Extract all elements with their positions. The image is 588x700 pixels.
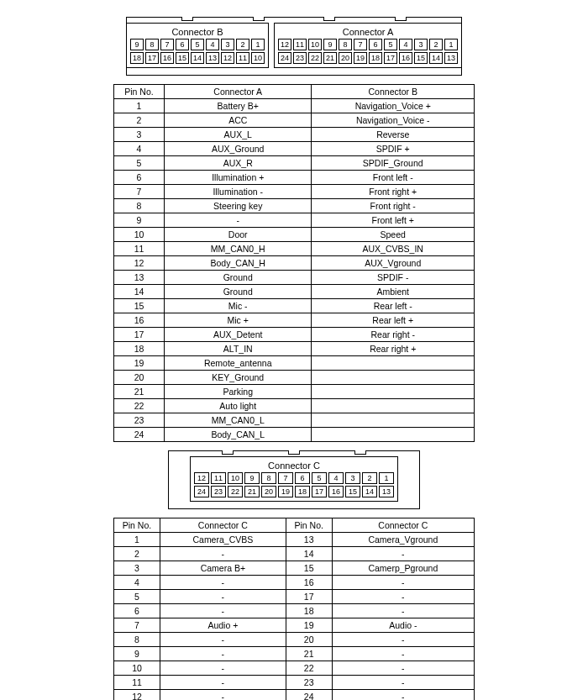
table-cell: - <box>332 576 474 590</box>
table-row: 18ALT_INRear right + <box>114 342 475 356</box>
table-row: 9-Front left + <box>114 213 475 228</box>
table-cell: Rear left + <box>312 313 475 328</box>
table-cell: 1 <box>114 99 165 113</box>
pin-cell: 17 <box>145 52 159 64</box>
table-cell: Door <box>165 228 312 242</box>
table-cell: - <box>332 676 474 690</box>
table-cell: Ground <box>165 271 312 285</box>
table-row: 3Camera B+15Camerp_Pground <box>114 561 475 576</box>
table-cell: Front right + <box>312 185 475 199</box>
table-cell: 23 <box>114 413 165 428</box>
table-cell: 23 <box>286 676 332 690</box>
table-cell: 11 <box>114 676 160 690</box>
table-cell: - <box>332 604 474 618</box>
table-cell: 5 <box>114 590 160 604</box>
table-cell: 22 <box>286 661 332 676</box>
pin-cell: 9 <box>244 472 260 484</box>
table-cell: Rear left - <box>312 299 475 313</box>
table-row: 11MM_CAN0_HAUX_CVBS_IN <box>114 242 475 256</box>
table-cell: Ambient <box>312 285 475 299</box>
table-cell <box>312 413 475 428</box>
table-cell: Navigation_Voice + <box>312 99 475 113</box>
pin-cell: 22 <box>308 52 322 64</box>
pin-cell: 8 <box>339 39 352 50</box>
table-row: 14GroundAmbient <box>114 285 475 299</box>
table-cell: Camera_CVBS <box>160 533 286 547</box>
pin-cell: 4 <box>399 39 412 50</box>
pin-cell: 17 <box>312 486 327 497</box>
table-cell: 15 <box>114 299 165 313</box>
connector-b-block: Connector B 987654321181716151413121110 <box>126 23 269 68</box>
table-cell: 13 <box>286 533 332 547</box>
connector-diagram-c: Connector C 1211109876543212423222120191… <box>168 450 420 509</box>
table-cell: Front left - <box>312 171 475 185</box>
pin-cell: 11 <box>236 52 249 64</box>
table-cell: 15 <box>286 561 332 576</box>
pin-cell: 16 <box>160 52 174 64</box>
table-cell: 18 <box>286 604 332 618</box>
table-cell: 24 <box>286 690 332 701</box>
pin-cell: 1 <box>379 472 394 484</box>
table-row: 3AUX_LReverse <box>114 128 475 142</box>
pin-cell: 24 <box>194 486 209 497</box>
table-cell: 14 <box>286 547 332 561</box>
table-row: 12Body_CAN_HAUX_Vground <box>114 256 475 271</box>
table-cell: 21 <box>114 385 165 399</box>
table-header: Pin No. <box>286 518 332 533</box>
table-cell: Audio + <box>160 618 286 633</box>
table-row: 10DoorSpeed <box>114 228 475 242</box>
pin-cell: 18 <box>130 52 144 64</box>
pin-cell: 13 <box>379 486 394 497</box>
table-cell: 10 <box>114 228 165 242</box>
table-row: 20KEY_Ground <box>114 371 475 385</box>
pin-cell: 14 <box>429 52 443 64</box>
pin-cell: 20 <box>261 486 276 497</box>
pin-cell: 12 <box>194 472 209 484</box>
table-row: 1Battery B+Navigation_Voice + <box>114 99 475 113</box>
pin-cell: 16 <box>328 486 344 497</box>
pin-cell: 6 <box>369 39 382 50</box>
table-cell: MM_CAN0_L <box>165 413 312 428</box>
table-cell: ALT_IN <box>165 342 312 356</box>
table-cell: ACC <box>165 113 312 128</box>
table-cell: Rear right + <box>312 342 475 356</box>
table-cell <box>312 385 475 399</box>
pin-cell: 7 <box>354 39 367 50</box>
pin-cell: 15 <box>414 52 428 64</box>
table-cell: - <box>160 633 286 647</box>
pin-table-c: Pin No.Connector CPin No.Connector C 1Ca… <box>113 518 475 700</box>
table-cell: 14 <box>114 285 165 299</box>
table-row: 4AUX_GroundSPDIF + <box>114 142 475 156</box>
table-cell: 4 <box>114 142 165 156</box>
pin-cell: 4 <box>206 39 219 50</box>
pin-cell: 15 <box>176 52 189 64</box>
table-row: 6Illumination +Front left - <box>114 171 475 185</box>
table-row: 4-16- <box>114 576 475 590</box>
table-cell: 6 <box>114 171 165 185</box>
table-cell: - <box>332 690 474 701</box>
table-cell: - <box>160 547 286 561</box>
pin-cell: 13 <box>444 52 458 64</box>
table-cell: - <box>332 647 474 661</box>
table-cell: Mic - <box>165 299 312 313</box>
pin-cell: 2 <box>429 39 443 50</box>
table-cell: 16 <box>114 313 165 328</box>
table-cell: - <box>332 633 474 647</box>
table-cell <box>312 371 475 385</box>
table-cell: Reverse <box>312 128 475 142</box>
table-row: 22Auto light <box>114 399 475 413</box>
table-row: 5AUX_RSPDIF_Ground <box>114 156 475 171</box>
table-cell: Camera_Vground <box>332 533 474 547</box>
pin-cell: 14 <box>362 486 377 497</box>
table-row: 12-24- <box>114 690 475 701</box>
table-cell <box>312 428 475 442</box>
table-cell: MM_CAN0_H <box>165 242 312 256</box>
pin-cell: 19 <box>278 486 293 497</box>
table-cell: 12 <box>114 256 165 271</box>
table-cell: - <box>160 676 286 690</box>
table-cell: 1 <box>114 533 160 547</box>
table-cell: SPDIF_Ground <box>312 156 475 171</box>
pin-cell: 3 <box>221 39 234 50</box>
table-row: 1Camera_CVBS13Camera_Vground <box>114 533 475 547</box>
table-cell: 16 <box>286 576 332 590</box>
